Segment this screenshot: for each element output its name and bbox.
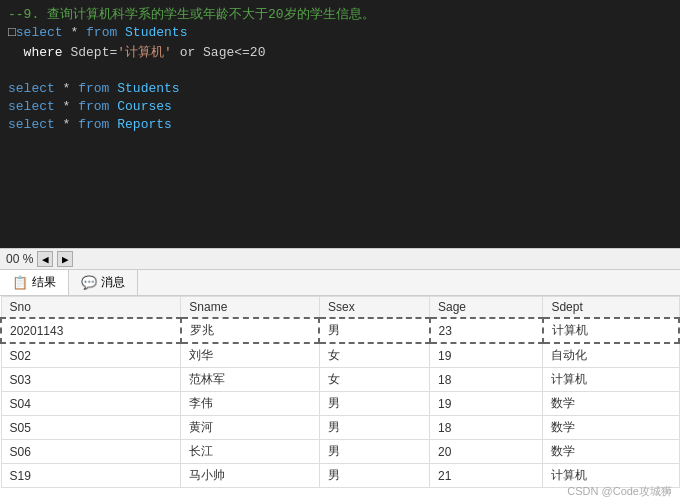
code-line-1: □ select * from Students [0,24,680,42]
table-cell: 计算机 [543,318,679,343]
table-cell: 19 [430,392,543,416]
results-icon: 📋 [12,275,28,290]
col-ssex: Ssex [319,297,429,319]
table-cell: 李伟 [181,392,320,416]
col-sno: Sno [1,297,181,319]
table-cell: 数学 [543,416,679,440]
table-cell: 女 [319,368,429,392]
table-cell: 男 [319,392,429,416]
table-cell: 女 [319,343,429,368]
table-cell: S03 [1,368,181,392]
table-cell: S05 [1,416,181,440]
table-cell: S04 [1,392,181,416]
code-line-reports: select * from Reports [0,116,680,134]
code-line-where: where Sdept= '计算机' or Sage<=20 [0,42,680,62]
code-line-courses: select * from Courses [0,98,680,116]
results-container[interactable]: Sno Sname Ssex Sage Sdept 20201143罗兆男23计… [0,296,680,503]
table-cell: 刘华 [181,343,320,368]
code-editor[interactable]: --9. 查询计算机科学系的学生或年龄不大于20岁的学生信息。 □ select… [0,0,680,248]
results-tabs: 📋 结果 💬 消息 [0,270,680,296]
col-sage: Sage [430,297,543,319]
watermark: CSDN @Code攻城狮 [567,484,672,499]
table-row: S04李伟男19数学 [1,392,679,416]
table-cell: 范林军 [181,368,320,392]
code-line-comment: --9. 查询计算机科学系的学生或年龄不大于20岁的学生信息。 [0,4,680,24]
table-cell: 黄河 [181,416,320,440]
tab-results[interactable]: 📋 结果 [0,270,69,295]
table-row: 20201143罗兆男23计算机 [1,318,679,343]
table-cell: 19 [430,343,543,368]
table-cell: 罗兆 [181,318,320,343]
table-cell: 自动化 [543,343,679,368]
table-cell: 23 [430,318,543,343]
code-line-students: select * from Students [0,80,680,98]
table-cell: 长江 [181,440,320,464]
table-cell: 18 [430,368,543,392]
table-cell: 男 [319,416,429,440]
messages-icon: 💬 [81,275,97,290]
tab-messages[interactable]: 💬 消息 [69,270,138,295]
table-header-row: Sno Sname Ssex Sage Sdept [1,297,679,319]
zoom-level: 00 % [6,252,33,266]
col-sdept: Sdept [543,297,679,319]
table-cell: 男 [319,318,429,343]
zoom-bar: 00 % ◀ ▶ [0,248,680,270]
table-cell: 18 [430,416,543,440]
tab-results-label: 结果 [32,274,56,291]
table-cell: 男 [319,440,429,464]
col-sname: Sname [181,297,320,319]
table-row: S06长江男20数学 [1,440,679,464]
table-cell: 男 [319,464,429,488]
data-table: Sno Sname Ssex Sage Sdept 20201143罗兆男23计… [0,296,680,488]
table-row: S02刘华女19自动化 [1,343,679,368]
table-cell: 马小帅 [181,464,320,488]
tab-messages-label: 消息 [101,274,125,291]
table-row: S05黄河男18数学 [1,416,679,440]
table-cell: 数学 [543,440,679,464]
code-line-empty [0,62,680,80]
table-cell: 21 [430,464,543,488]
table-cell: S06 [1,440,181,464]
table-row: S03范林军女18计算机 [1,368,679,392]
table-cell: S19 [1,464,181,488]
table-cell: S02 [1,343,181,368]
table-cell: 数学 [543,392,679,416]
zoom-increase-button[interactable]: ▶ [57,251,73,267]
table-cell: 计算机 [543,368,679,392]
comment-text: --9. 查询计算机科学系的学生或年龄不大于20岁的学生信息。 [8,5,375,23]
table-cell: 20 [430,440,543,464]
zoom-decrease-button[interactable]: ◀ [37,251,53,267]
table-cell: 20201143 [1,318,181,343]
